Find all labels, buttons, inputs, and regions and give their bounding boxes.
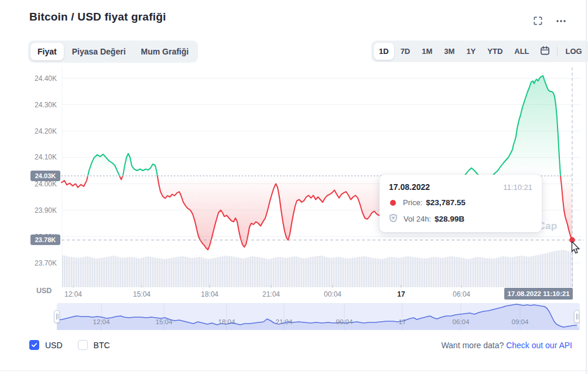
btc-checkbox-label: BTC (94, 341, 110, 350)
usd-checkbox[interactable]: USD (29, 340, 63, 350)
check-icon (31, 342, 37, 348)
y-axis-label: 24.30K (23, 101, 57, 109)
tooltip-price-value: $23,787.55 (426, 198, 466, 207)
api-link[interactable]: Check out our API (506, 341, 572, 350)
y-axis-label: 24.00K (23, 180, 57, 188)
volume-shield-icon (389, 213, 398, 225)
navigator-label: 06:04 (453, 318, 470, 325)
navigator-label: 09:04 (512, 318, 529, 325)
navigator-label: 00:04 (336, 318, 353, 325)
navigator-label: 18:04 (218, 318, 235, 325)
x-axis-label: 06:04 (453, 290, 470, 298)
y-axis-label: 24.40K (23, 74, 57, 83)
navigator-label: 12:04 (93, 318, 110, 325)
tooltip-date: 17.08.2022 (389, 182, 430, 192)
x-axis-label: 00:04 (324, 290, 341, 298)
y-axis-label: 24.10K (23, 153, 57, 161)
y-axis-label: 23.90K (23, 206, 57, 215)
api-cta-text: Want more data? (441, 341, 504, 350)
last-price-badge: 23.78K (30, 234, 60, 245)
x-axis-label: 21:04 (262, 290, 280, 298)
api-cta: Want more data? Check out our API (441, 341, 572, 350)
navigator-left-handle[interactable] (54, 310, 60, 323)
x-axis-label: 12:04 (64, 290, 82, 298)
crosshair-time-badge: 17.08.2022 11:10:21 (504, 288, 573, 300)
navigator-label: 15:04 (156, 318, 173, 325)
open-price-badge: 24.03K (30, 171, 60, 181)
tooltip-volume-label: Vol 24h: (404, 215, 431, 223)
panel-right-edge (586, 0, 587, 374)
navigator-right-handle[interactable] (574, 310, 580, 323)
tooltip-price-label: Price: (403, 198, 422, 207)
navigator-label: 21:04 (276, 318, 293, 325)
tooltip-volume-row: Vol 24h: $28.99B (389, 213, 532, 225)
usd-checkbox-box[interactable] (29, 340, 39, 350)
x-axis-label: 15:04 (133, 290, 151, 298)
y-axis-unit: USD (36, 287, 52, 295)
y-axis-label: 23.70K (23, 259, 57, 267)
btc-checkbox-box[interactable] (78, 340, 88, 350)
price-tooltip: 17.08.2022 11:10:21 Price: $23,787.55 Vo… (380, 175, 542, 232)
panel-bottom-divider (0, 370, 588, 371)
x-axis-label: 18:04 (201, 290, 218, 298)
currency-toggles: USD BTC (29, 340, 110, 350)
navigator-label: 17 (399, 318, 406, 325)
y-axis-label: 24.20K (23, 127, 57, 135)
price-dot-icon (390, 200, 396, 206)
x-axis-label: 17 (397, 290, 405, 298)
tooltip-time: 11:10:21 (503, 183, 532, 192)
tooltip-price-row: Price: $23,787.55 (389, 198, 532, 207)
btc-checkbox[interactable]: BTC (78, 340, 110, 350)
mouse-cursor (571, 242, 582, 256)
tooltip-volume-value: $28.99B (435, 215, 464, 223)
usd-checkbox-label: USD (45, 341, 63, 350)
